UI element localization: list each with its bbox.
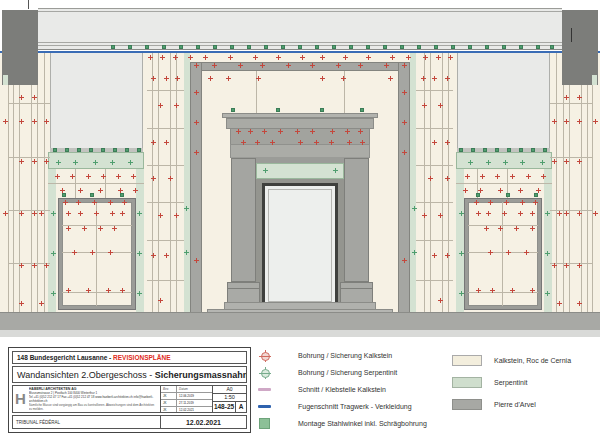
joint-line	[468, 292, 538, 293]
stahlwinkel-marker	[128, 45, 132, 49]
stahlwinkel-marker	[315, 45, 319, 49]
revision-sign: JK	[161, 400, 177, 406]
stahlwinkel-marker	[162, 45, 166, 49]
architect-contact: Tel +41 (0)52 212 47 17 Fax +41 (0)52 21…	[29, 395, 153, 403]
plinth-band	[0, 312, 600, 330]
revision-row: JK 27.11.2019	[161, 400, 212, 407]
legend-item: Schnitt / Klebstelle Kalkstein	[258, 381, 450, 398]
joint-line	[550, 157, 592, 158]
stahlwinkel-marker	[230, 45, 234, 49]
revision-row: JK 12.06.2019	[161, 393, 212, 400]
stahlwinkel-marker	[366, 45, 370, 49]
revision-date: 12.02.2021	[177, 407, 212, 413]
joint-line	[96, 202, 97, 306]
sheet-title: Wandansichten 2.Obergeschoss -	[17, 370, 155, 380]
crosshair-red-icon	[258, 350, 271, 362]
pink-line-icon	[258, 388, 271, 391]
joint-line	[147, 128, 184, 129]
legend-item: Bohrung / Sicherung Kalkstein	[258, 347, 450, 364]
legend-label: Serpentinit	[494, 379, 527, 386]
joint-line	[416, 240, 453, 241]
joint-line	[550, 103, 592, 104]
stahlwinkel-marker	[550, 45, 554, 49]
pilaster-shaft-right	[344, 158, 369, 282]
revision-header-sign: Bez.	[161, 386, 177, 392]
revision-date: 12.06.2019	[177, 393, 212, 399]
stahlwinkel-marker	[89, 148, 93, 152]
crosshair-green-icon	[258, 367, 271, 379]
architect-logo: H	[15, 387, 26, 411]
joint-line	[37, 53, 38, 312]
joint-line	[13, 53, 14, 312]
sheet-info: A0 1:50 148-25 A	[213, 386, 246, 412]
ground-strip	[0, 330, 600, 337]
legend-label: Kalkstein, Roc de Cernia	[494, 357, 571, 364]
edge-tick-right	[571, 28, 572, 42]
serpentinit-strip	[544, 169, 552, 313]
joint-line	[147, 165, 184, 166]
joint-line	[442, 53, 443, 312]
top-cornice-band	[38, 8, 562, 50]
joint-line	[468, 252, 538, 253]
legend-materials: Kalkstein, Roc de Cernia Serpentinit Pie…	[452, 349, 600, 415]
stahlwinkel-marker	[276, 108, 280, 112]
stahlwinkel-marker	[434, 45, 438, 49]
project-line: 148 Bundesgericht Lausanne - REVISIONSPL…	[12, 351, 247, 364]
joint-line	[569, 53, 570, 312]
revision-header-date: Datum	[177, 386, 212, 392]
revision-date: 27.11.2019	[177, 400, 212, 406]
stahlwinkel-marker	[476, 193, 480, 197]
stahlwinkel-marker	[468, 45, 472, 49]
stahlwinkel-marker	[451, 45, 455, 49]
stahlwinkel-marker	[531, 148, 535, 152]
legend-label: Pierre d'Arvel	[494, 401, 536, 408]
pilaster-shaft-left	[231, 158, 256, 282]
stahlwinkel-marker	[113, 148, 117, 152]
joint-line	[581, 53, 582, 312]
revision-header: Bez. Datum	[161, 386, 212, 393]
joint-line	[62, 292, 132, 293]
joint-line	[31, 53, 32, 312]
revision-sign: JK	[161, 407, 177, 413]
legend-label: Fugenschnitt Tragwerk - Verkleidung	[298, 403, 412, 410]
window-opening-left	[50, 53, 143, 150]
joint-line	[550, 210, 592, 211]
stahlwinkel-marker	[247, 45, 251, 49]
edge-serpentinit-right	[592, 75, 597, 85]
stahlwinkel-marker	[53, 148, 57, 152]
joint-line	[170, 53, 171, 312]
legend-item: Pierre d'Arvel	[452, 393, 600, 415]
joint-line	[468, 225, 538, 226]
corner-pilaster-right	[562, 10, 598, 85]
client-name: TRIBUNAL FÉDÉRAL	[13, 416, 161, 428]
stahlwinkel-marker	[349, 45, 353, 49]
stahlwinkel-marker	[506, 193, 510, 197]
legend-symbols: Bohrung / Sicherung Kalkstein Bohrung / …	[258, 347, 450, 432]
stahlwinkel-marker	[543, 148, 547, 152]
revision-flag: REVISIONSPLÄNE	[113, 354, 170, 361]
serpentinit-swatch	[452, 377, 482, 388]
stahlwinkel-marker	[400, 45, 404, 49]
plan-number-cell: 148-25 A	[213, 402, 246, 412]
entablature-frieze	[230, 129, 370, 144]
cornice-profile-line	[38, 42, 562, 43]
stahlwinkel-marker	[111, 45, 115, 49]
legend-label: Bohrung / Sicherung Serpentinit	[298, 369, 397, 376]
stahlwinkel-marker	[320, 108, 324, 112]
stahlwinkel-marker	[485, 45, 489, 49]
stahlwinkel-marker	[507, 148, 511, 152]
stahlwinkel-marker	[360, 108, 364, 112]
stahlwinkel-marker	[502, 45, 506, 49]
issue-date: 12.02.2021	[161, 416, 246, 428]
stahlwinkel-marker	[179, 45, 183, 49]
joint-line	[147, 240, 184, 241]
stahlwinkel-marker	[459, 148, 463, 152]
joint-line	[147, 202, 184, 203]
joint-line	[48, 183, 144, 184]
joint-line	[19, 53, 20, 312]
portal-field	[202, 71, 398, 113]
joint-line	[416, 128, 453, 129]
joint-line	[556, 53, 557, 312]
joint-line	[456, 183, 552, 184]
joint-line	[147, 280, 184, 281]
